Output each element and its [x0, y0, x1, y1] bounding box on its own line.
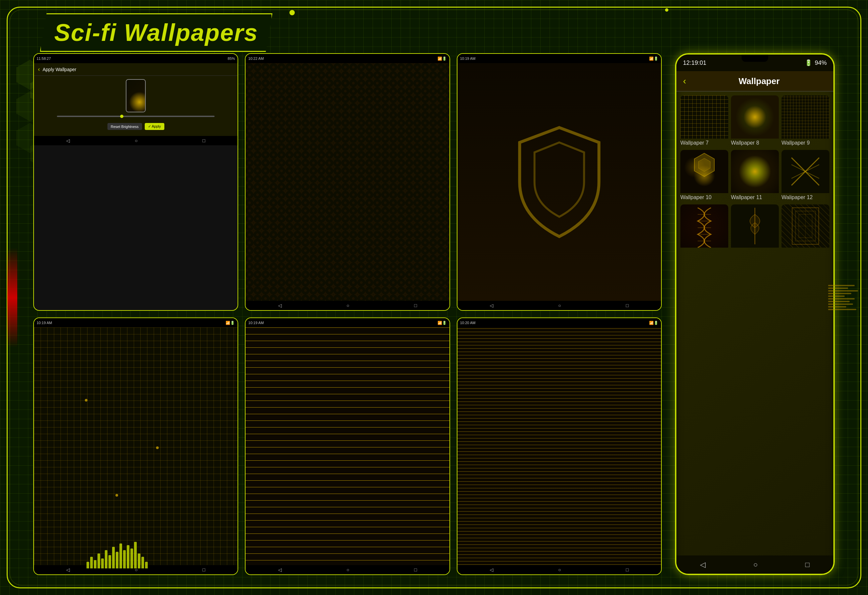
nav-back-6[interactable]: ◁ [490, 567, 493, 572]
wallpaper-thumb-13 [681, 205, 728, 247]
phone-grid: 11:58:27 85% ‹ Apply Wallpaper Reset Bri… [33, 53, 662, 575]
phone4-screen [34, 327, 238, 565]
apply-button[interactable]: ✓ Apply [145, 123, 164, 130]
bar-12 [127, 545, 130, 568]
reset-brightness-button[interactable]: Reset Brightness [108, 123, 142, 130]
bar-8 [112, 547, 115, 568]
bar-1 [87, 562, 89, 568]
phone6-nav: ◁ ○ □ [458, 565, 661, 574]
phone1-status: 11:58:27 85% [34, 54, 238, 63]
phone5-screen [245, 327, 449, 565]
device-back-button[interactable]: ‹ [683, 76, 686, 87]
nav-recent[interactable]: □ [202, 138, 205, 143]
bar-10 [120, 543, 122, 568]
mini-phone-preview [126, 79, 146, 112]
nav-recent-6[interactable]: □ [626, 567, 629, 572]
phone-mockup: 12:19:01 🔋 94% ‹ Wallpaper Wallpaper 7 [675, 53, 835, 575]
wallpaper-item-9[interactable]: Wallpaper 9 [781, 96, 830, 147]
wallpaper-thumb-7 [681, 96, 728, 138]
cross-pattern-icon [786, 154, 824, 189]
phone-dots: 10:22 AM 📶🔋 ◁ ○ □ [245, 53, 450, 311]
wallpaper-item-15[interactable] [781, 205, 830, 250]
nav-recent-4[interactable]: □ [202, 567, 205, 572]
nav-back-3[interactable]: ◁ [490, 303, 493, 308]
wallpaper-item-8[interactable]: Wallpaper 8 [731, 96, 779, 147]
deco-line-2 [828, 287, 848, 289]
nav-back-4[interactable]: ◁ [66, 567, 70, 572]
phone2-nav: ◁ ○ □ [245, 301, 449, 310]
brightness-thumb [120, 115, 123, 118]
nav-home-6[interactable]: ○ [558, 567, 561, 572]
device-notch [742, 54, 768, 62]
battery-icon: 🔋 [805, 59, 812, 66]
phone2-screen [245, 63, 449, 301]
apply-title: Apply Wallpaper [43, 67, 76, 72]
brightness-slider[interactable] [57, 116, 215, 117]
mini-phone-wallpaper [126, 80, 145, 112]
nav-home[interactable]: ○ [135, 138, 137, 143]
nav-home-2[interactable]: ○ [347, 303, 349, 308]
nav-back-5[interactable]: ◁ [278, 567, 282, 572]
apply-back-btn[interactable]: ‹ [38, 66, 40, 73]
wallpaper-item-13[interactable] [681, 205, 728, 250]
hex-overlay-icon [681, 150, 728, 193]
phone-lines: 10:19 AM 📶🔋 ◁ ○ □ [245, 317, 450, 575]
right-deco [828, 285, 858, 310]
device-screen-title: Wallpaper [691, 76, 827, 87]
nav-back[interactable]: ◁ [66, 138, 70, 143]
nav-recent-3[interactable]: □ [626, 303, 629, 308]
nav-recent-5[interactable]: □ [414, 567, 417, 572]
bar-13 [130, 548, 133, 568]
wallpaper-thumb-11 [731, 150, 779, 193]
deco-line-9 [828, 306, 846, 308]
maze-icon [781, 205, 830, 247]
bar-16 [142, 557, 144, 568]
device-header: ‹ Wallpaper [676, 71, 833, 91]
wallpaper-label-10: Wallpaper 10 [681, 193, 728, 202]
battery-percent: 94% [815, 59, 827, 66]
bar-3 [94, 560, 96, 568]
deco-line-4 [828, 293, 851, 294]
phone6-screen [458, 327, 661, 565]
wallpaper-item-14[interactable] [731, 205, 779, 250]
phone6-status: 10:20 AM 📶🔋 [458, 318, 661, 327]
bar-5 [101, 558, 104, 568]
wallpaper-item-7[interactable]: Wallpaper 7 [681, 96, 728, 147]
phone5-nav: ◁ ○ □ [245, 565, 449, 574]
nav-recent-2[interactable]: □ [414, 303, 417, 308]
wallpaper-item-10[interactable]: Wallpaper 10 [681, 150, 728, 202]
device-time: 12:19:01 [683, 59, 706, 66]
nav-home-5[interactable]: ○ [347, 567, 349, 572]
device-nav-home[interactable]: ○ [753, 560, 757, 569]
phone-apply: 11:58:27 85% ‹ Apply Wallpaper Reset Bri… [33, 53, 238, 311]
wallpaper-thumb-15 [781, 205, 830, 247]
phone3-screen [458, 63, 661, 301]
wallpaper-grid: Wallpaper 7 Wallpaper 8 Wallpaper 9 [676, 91, 833, 254]
wallpaper-label-11: Wallpaper 11 [731, 193, 779, 202]
phone-device: 12:19:01 🔋 94% ‹ Wallpaper Wallpaper 7 [675, 53, 835, 575]
circuit-dot-3 [115, 494, 118, 496]
deco-line-7 [828, 301, 850, 302]
wallpaper-label-14 [731, 247, 779, 250]
device-nav-back[interactable]: ◁ [700, 560, 706, 569]
wallpaper-item-11[interactable]: Wallpaper 11 [731, 150, 779, 202]
device-nav-recent[interactable]: □ [805, 560, 809, 569]
deco-line-5 [828, 296, 845, 297]
wallpaper-label-7: Wallpaper 7 [681, 138, 728, 147]
phone3-status: 10:19 AM 📶🔋 [458, 54, 661, 63]
wallpaper-item-12[interactable]: Walipaper 12 [781, 150, 830, 202]
status-icons: 🔋 94% [805, 59, 827, 66]
device-nav-bar: ◁ ○ □ [676, 555, 833, 574]
title-banner: Sci-fi Wallpapers [40, 13, 273, 52]
deco-line-6 [828, 298, 855, 299]
bar-14 [134, 542, 137, 568]
nav-back-2[interactable]: ◁ [278, 303, 282, 308]
apply-header: ‹ Apply Wallpaper [34, 63, 238, 76]
phone-streaks: 10:20 AM 📶🔋 ◁ ○ □ [457, 317, 662, 575]
shield-icon [508, 123, 610, 242]
nav-home-3[interactable]: ○ [558, 303, 561, 308]
app-title: Sci-fi Wallpapers [54, 19, 258, 46]
bar-4 [97, 554, 100, 568]
bar-17 [145, 562, 148, 568]
dot-accent-3 [665, 8, 669, 12]
